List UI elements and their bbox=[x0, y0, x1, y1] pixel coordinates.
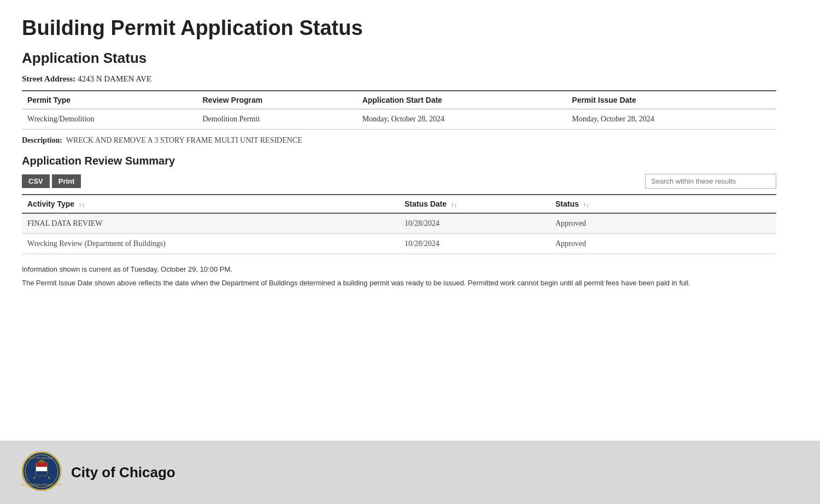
status-sort-icon[interactable]: ↑↓ bbox=[583, 201, 589, 208]
description-value: WRECK AND REMOVE A 3 STORY FRAME MULTI U… bbox=[66, 136, 302, 144]
svg-text:★: ★ bbox=[48, 476, 50, 479]
city-seal-icon: CITY OF CHICAGO INCORPORATED 4TH MARCH 1… bbox=[22, 452, 61, 491]
status-date-cell: 10/28/2024 bbox=[399, 213, 550, 234]
svg-rect-5 bbox=[36, 462, 47, 467]
footer-city-name: City of Chicago bbox=[71, 464, 175, 481]
svg-rect-7 bbox=[36, 471, 47, 476]
street-address: Street Address: 4243 N DAMEN AVE bbox=[22, 74, 776, 84]
activity-sort-icon[interactable]: ↑↓ bbox=[79, 201, 85, 208]
description-label: Description: bbox=[22, 136, 62, 144]
permit-note-text: The Permit Issue Date shown above reflec… bbox=[22, 279, 776, 287]
permit-issue-date-cell: Monday, October 28, 2024 bbox=[566, 109, 776, 130]
activity-type-cell: FINAL DATA REVIEW bbox=[22, 213, 399, 234]
list-item: FINAL DATA REVIEW 10/28/2024 Approved bbox=[22, 213, 776, 234]
app-start-date-cell: Monday, October 28, 2024 bbox=[357, 109, 567, 130]
search-input[interactable] bbox=[645, 174, 776, 189]
street-address-label: Street Address: bbox=[22, 74, 75, 83]
app-start-date-header: Application Start Date bbox=[357, 91, 567, 109]
review-program-cell: Demolition Permit bbox=[197, 109, 356, 130]
search-container bbox=[645, 174, 776, 189]
print-button[interactable]: Print bbox=[52, 174, 81, 188]
permit-type-cell: Wrecking/Demolition bbox=[22, 109, 197, 130]
svg-text:★: ★ bbox=[33, 476, 36, 479]
csv-button[interactable]: CSV bbox=[22, 174, 50, 188]
svg-text:INCORPORATED 4TH MARCH 1837: INCORPORATED 4TH MARCH 1837 bbox=[22, 484, 61, 487]
status-date-sort-icon[interactable]: ↑↓ bbox=[451, 201, 457, 208]
permit-type-header: Permit Type bbox=[22, 91, 197, 109]
footer-logo-container: CITY OF CHICAGO INCORPORATED 4TH MARCH 1… bbox=[22, 452, 61, 493]
svg-text:CITY OF CHICAGO: CITY OF CHICAGO bbox=[30, 456, 54, 460]
activity-type-cell: Wrecking Review (Department of Buildings… bbox=[22, 234, 399, 254]
list-item: Wrecking Review (Department of Buildings… bbox=[22, 234, 776, 254]
status-cell: Approved bbox=[550, 213, 776, 234]
activity-type-header: Activity Type ↑↓ bbox=[22, 195, 399, 213]
permit-issue-date-header: Permit Issue Date bbox=[566, 91, 776, 109]
toolbar-buttons: CSV Print bbox=[22, 174, 81, 188]
permit-table: Permit Type Review Program Application S… bbox=[22, 90, 776, 130]
review-summary-title: Application Review Summary bbox=[22, 155, 776, 167]
status-date-cell: 10/28/2024 bbox=[399, 234, 550, 254]
current-as-of-text: Information shown is current as of Tuesd… bbox=[22, 265, 776, 273]
status-cell: Approved bbox=[550, 234, 776, 254]
toolbar: CSV Print bbox=[22, 174, 776, 189]
svg-point-8 bbox=[39, 460, 44, 463]
description-row: Description: WRECK AND REMOVE A 3 STORY … bbox=[22, 136, 776, 145]
footer: CITY OF CHICAGO INCORPORATED 4TH MARCH 1… bbox=[0, 441, 820, 504]
table-row: Wrecking/Demolition Demolition Permit Mo… bbox=[22, 109, 776, 130]
svg-rect-6 bbox=[36, 467, 47, 471]
review-program-header: Review Program bbox=[197, 91, 356, 109]
status-header: Status ↑↓ bbox=[550, 195, 776, 213]
activity-table: Activity Type ↑↓ Status Date ↑↓ Status ↑… bbox=[22, 194, 776, 254]
section-title: Application Status bbox=[22, 50, 776, 67]
status-date-header: Status Date ↑↓ bbox=[399, 195, 550, 213]
street-address-value: 4243 N DAMEN AVE bbox=[78, 74, 151, 83]
page-title: Building Permit Application Status bbox=[22, 16, 776, 40]
